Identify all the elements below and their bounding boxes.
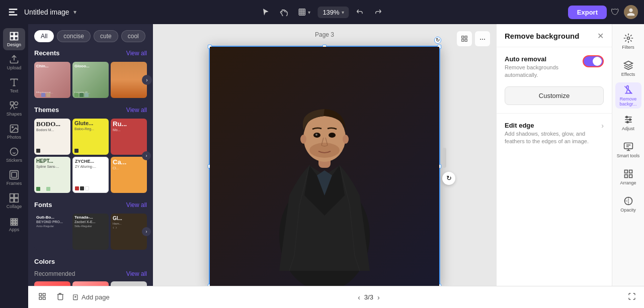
side-handle[interactable] bbox=[442, 148, 446, 168]
svg-rect-37 bbox=[624, 170, 627, 173]
canvas-frame[interactable]: ↻ bbox=[209, 46, 440, 287]
theme-card-glute[interactable]: Glute... Baloo-Reg... bbox=[72, 119, 109, 155]
sidebar-item-design[interactable]: Design bbox=[3, 28, 25, 50]
frame-tool-button[interactable]: ▾ bbox=[295, 6, 313, 18]
doc-name[interactable]: Untitled image bbox=[24, 8, 69, 16]
export-button[interactable]: Export bbox=[568, 6, 607, 19]
auto-removal-toggle[interactable] bbox=[583, 55, 604, 67]
avatar[interactable] bbox=[624, 5, 638, 19]
sidebar-item-upload[interactable]: Upload bbox=[3, 51, 25, 73]
svg-rect-44 bbox=[39, 297, 42, 299]
fonts-next-arrow[interactable]: › bbox=[142, 227, 151, 236]
theme-card-zy[interactable]: ZYCHE... ZY Alluring-... bbox=[72, 157, 109, 193]
colors-header: Colors bbox=[34, 258, 147, 265]
svg-rect-27 bbox=[462, 39, 464, 41]
side-controls: ↻ bbox=[442, 148, 455, 185]
remove-bg-label: Remove backgr... bbox=[615, 96, 641, 107]
fonts-view-all[interactable]: View all bbox=[126, 201, 147, 209]
filters-icon-button[interactable]: Filters bbox=[615, 28, 641, 54]
logo-icon[interactable] bbox=[6, 5, 20, 19]
svg-point-23 bbox=[300, 135, 306, 144]
hand-tool-button[interactable] bbox=[277, 6, 291, 18]
canvas-image bbox=[210, 47, 439, 286]
sidebar-item-frames[interactable]: Frames bbox=[3, 167, 25, 189]
font-card-tenada[interactable]: Tenada-... Zacbel X-E... Stilu-Regular bbox=[72, 214, 109, 250]
smart-tools-icon-button[interactable]: Smart tools bbox=[615, 137, 641, 163]
bottom-left: Add page bbox=[36, 290, 110, 304]
svg-point-35 bbox=[626, 121, 628, 123]
recent-card-chin[interactable]: Chin... Montserrat... bbox=[34, 62, 70, 98]
refresh-button[interactable]: ↻ bbox=[442, 172, 455, 185]
delete-button[interactable] bbox=[54, 290, 66, 304]
add-page-button[interactable]: Add page bbox=[72, 293, 110, 301]
topbar-left: Untitled image ▾ bbox=[6, 5, 76, 19]
sidebar-item-text[interactable]: Text bbox=[3, 74, 25, 96]
topbar-right: Export 🛡 bbox=[568, 5, 638, 19]
svg-point-8 bbox=[12, 127, 13, 128]
recents-view-all[interactable]: View all bbox=[126, 50, 147, 57]
bottom-bar: Add page ‹ 3/3 › bbox=[28, 286, 644, 308]
svg-point-21 bbox=[315, 134, 317, 136]
undo-button[interactable] bbox=[353, 6, 367, 18]
colors-view-all[interactable]: View all bbox=[126, 270, 147, 277]
edit-edge-header[interactable]: Edit edge Add shadows, strokes, glow, an… bbox=[505, 122, 604, 146]
font-card-guti[interactable]: Guti-Bo... BEYOND PRO... Anto-Regular bbox=[34, 214, 70, 250]
grid-view-button[interactable] bbox=[36, 290, 48, 304]
theme-card-ca[interactable]: Ca... Cl... bbox=[111, 157, 147, 193]
recommended-header: Recommended View all bbox=[34, 270, 147, 277]
filter-all[interactable]: All bbox=[34, 30, 54, 42]
filter-cool[interactable]: cool bbox=[121, 30, 145, 42]
svg-rect-0 bbox=[299, 9, 305, 15]
opacity-icon-button[interactable]: Opacity bbox=[615, 191, 641, 217]
toggle-wrapper bbox=[583, 55, 604, 67]
svg-point-24 bbox=[343, 135, 349, 144]
svg-rect-5 bbox=[11, 102, 14, 106]
sidebar-item-collage[interactable]: Collage bbox=[3, 190, 25, 212]
sidebar-item-shapes[interactable]: Shapes bbox=[3, 97, 25, 120]
theme-card-ru[interactable]: Ru... Mo... bbox=[111, 119, 147, 155]
arrange-icon-button[interactable]: Arrange bbox=[615, 164, 641, 190]
prev-page-button[interactable]: ‹ bbox=[358, 293, 360, 301]
sidebar-item-apps[interactable]: Apps bbox=[3, 213, 25, 235]
recents-next-arrow[interactable]: › bbox=[142, 75, 152, 85]
sidebar-item-photos[interactable]: Photos bbox=[3, 121, 25, 143]
shield-icon: 🛡 bbox=[611, 7, 620, 18]
remove-bg-icon-button[interactable]: Remove backgr... bbox=[615, 82, 641, 109]
sidebar-item-stickers[interactable]: Stickers bbox=[3, 144, 25, 166]
page-more-button[interactable]: ··· bbox=[475, 31, 490, 46]
themes-title: Themes bbox=[34, 106, 59, 114]
sidebar-design-label: Design bbox=[7, 42, 21, 47]
recent-card-gloo[interactable]: Glooo... Lucette-R... bbox=[72, 62, 109, 98]
auto-removal-title: Auto removal bbox=[505, 55, 583, 63]
panel-title: Remove background bbox=[505, 32, 579, 40]
effects-label: Effects bbox=[621, 72, 635, 77]
adjust-icon-button[interactable]: Adjust bbox=[615, 110, 641, 136]
fullscreen-button[interactable] bbox=[628, 292, 636, 302]
zoom-control[interactable]: 139% ▾ bbox=[317, 7, 349, 18]
svg-rect-26 bbox=[465, 36, 467, 38]
page-grid-button[interactable] bbox=[457, 31, 472, 46]
theme-card-bodo[interactable]: BODO... Bodoni M... bbox=[34, 119, 70, 155]
filter-tags: All concise cute cool ▾ bbox=[34, 30, 147, 42]
customize-button[interactable]: Customize bbox=[505, 86, 604, 105]
svg-rect-3 bbox=[11, 37, 14, 40]
filter-concise[interactable]: concise bbox=[57, 30, 91, 42]
sidebar-frames-label: Frames bbox=[7, 181, 22, 186]
add-page-label: Add page bbox=[82, 293, 110, 301]
doc-chevron-icon[interactable]: ▾ bbox=[73, 9, 76, 16]
cursor-tool-button[interactable] bbox=[259, 6, 273, 18]
next-page-button[interactable]: › bbox=[377, 293, 380, 301]
effects-icon-button[interactable]: Effects bbox=[615, 55, 641, 81]
panel-close-button[interactable]: ✕ bbox=[597, 31, 604, 41]
redo-button[interactable] bbox=[371, 6, 385, 18]
themes-view-all[interactable]: View all bbox=[126, 107, 147, 114]
sidebar-stickers-label: Stickers bbox=[6, 158, 22, 163]
svg-rect-12 bbox=[10, 194, 14, 198]
page-indicator: 3/3 bbox=[364, 293, 373, 301]
filter-cute[interactable]: cute bbox=[94, 30, 118, 42]
topbar-center: ▾ 139% ▾ bbox=[259, 6, 385, 18]
themes-next-arrow[interactable]: › bbox=[142, 151, 151, 160]
theme-card-hept[interactable]: HEPT... Spline Sans-... bbox=[34, 157, 70, 193]
sidebar-upload-label: Upload bbox=[7, 65, 22, 70]
rotate-handle[interactable]: ↻ bbox=[434, 37, 441, 44]
